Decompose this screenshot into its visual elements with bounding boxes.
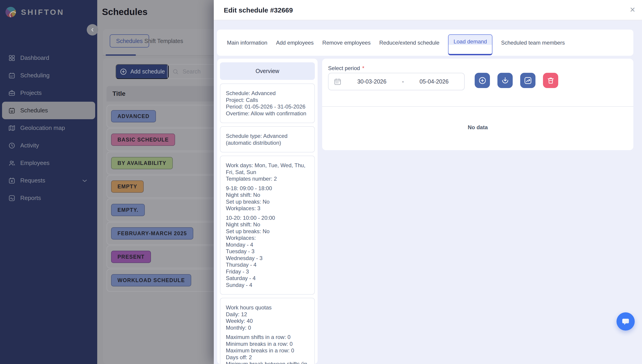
schedule-badge[interactable]: PRESENT <box>111 251 151 263</box>
trash-icon <box>546 76 555 85</box>
sidebar-item-label: Geolocation map <box>20 124 65 132</box>
sidebar-item-requests[interactable]: Requests <box>2 172 95 189</box>
overview-line: Night shift: No <box>226 221 309 228</box>
download-icon <box>501 76 509 85</box>
clock-icon <box>8 142 16 150</box>
tab-shift-templates[interactable]: Shift Templates <box>144 34 183 48</box>
overview-line: Templates number: 2 <box>226 176 309 182</box>
overview-card-workdays: Work days: Mon, Tue, Wed, Thu, Fri, Sat,… <box>220 156 315 294</box>
sidebar-item-reports[interactable]: Reports <box>2 189 95 207</box>
tab-reduce-extend-schedule[interactable]: Reduce/extend schedule <box>379 40 439 46</box>
drawer-header: Edit schedule #32669 × <box>214 0 642 20</box>
chat-widget-button[interactable] <box>616 312 635 330</box>
overview-line: Days off: 2 <box>226 354 309 361</box>
sidebar-item-label: Scheduling <box>20 72 50 79</box>
overview-line: Weekly: 40 <box>226 318 309 324</box>
schedule-badge[interactable]: EMPTY. <box>111 204 145 216</box>
schedule-badge[interactable]: ADVANCED <box>111 110 156 122</box>
overview-line: Night shift: No <box>226 192 309 198</box>
overview-line: 10-20: 10:00 - 20:00 <box>226 214 309 221</box>
overview-line: Workplaces: <box>226 234 309 242</box>
sidebar-item-employees[interactable]: Employees <box>2 154 95 172</box>
calendar-x-icon <box>8 177 16 184</box>
schedule-badge[interactable]: BASIC SCHEDULE <box>111 134 175 146</box>
calendar-icon <box>8 72 16 80</box>
overview-line: Saturday - 4 <box>226 275 309 282</box>
sidebar-collapse-button[interactable] <box>87 24 98 36</box>
sidebar-item-dashboard[interactable]: Dashboard <box>2 49 95 67</box>
no-data-text: No data <box>322 124 633 130</box>
map-icon <box>8 124 16 132</box>
start-date[interactable]: 30-03-2026 <box>342 78 402 85</box>
chart-demand-button[interactable] <box>520 73 535 88</box>
overview-line: Work days: Mon, Tue, Wed, Thu, Fri, Sat,… <box>226 162 309 176</box>
overview-line: Overtime: Allow with confirmation <box>226 110 309 117</box>
add-demand-button[interactable] <box>475 73 490 88</box>
briefcase-icon <box>8 89 16 97</box>
tab-scheduled-team-members[interactable]: Scheduled team members <box>501 40 565 46</box>
schedule-badge[interactable]: BY AVAILABILITY <box>111 157 173 169</box>
close-icon[interactable]: × <box>630 5 635 14</box>
sidebar-item-label: Dashboard <box>20 54 49 62</box>
calendar-check-icon <box>8 107 16 114</box>
tab-remove-employees[interactable]: Remove employees <box>322 40 371 46</box>
sidebar-item-label: Requests <box>20 177 45 184</box>
plus-circle-icon <box>120 68 127 76</box>
panel-divider <box>322 106 633 107</box>
schedule-badge[interactable]: EMPTY <box>111 180 144 193</box>
overview-line: Schedule type: Advanced (automatic distr… <box>226 133 309 146</box>
sidebar-item-geolocation-map[interactable]: Geolocation map <box>2 119 95 137</box>
end-date[interactable]: 05-04-2026 <box>404 78 464 85</box>
sidebar-item-label: Projects <box>20 90 42 96</box>
sidebar-item-label: Activity <box>20 142 39 149</box>
sidebar: SHIFTON Dashboard Scheduling Projects Sc… <box>0 0 97 364</box>
overview-line: Wednesday - 3 <box>226 255 309 262</box>
load-demand-panel: Select period* 30-03-2026 - 05-04-2026 <box>322 59 633 150</box>
overview-line: Minimum break between shifts (in hours):… <box>226 360 309 364</box>
tab-main-information[interactable]: Main information <box>227 40 267 46</box>
sidebar-item-scheduling[interactable]: Scheduling <box>2 67 95 84</box>
overview-line: Sunday - 4 <box>226 282 309 288</box>
sidebar-item-projects[interactable]: Projects <box>2 84 95 102</box>
chart-up-icon <box>524 76 532 85</box>
download-demand-button[interactable] <box>497 73 513 88</box>
overview-card-quotas: Work hours quotas Daily: 12 Weekly: 40 M… <box>220 298 315 364</box>
brand-name: SHIFTON <box>21 8 65 16</box>
delete-demand-button[interactable] <box>543 73 558 88</box>
drawer-tabbar: Main information Add employees Remove em… <box>217 30 633 56</box>
schedule-badge[interactable]: FEBRUARY-MARCH 2025 <box>111 227 193 240</box>
users-icon <box>8 159 16 167</box>
active-tab-underline <box>106 54 136 56</box>
shifton-logo-icon <box>6 7 16 17</box>
schedule-badge[interactable]: WORKLOAD SCHEDULE <box>111 274 191 286</box>
overview-line: Monthly: 0 <box>226 324 309 331</box>
chat-bubble-icon <box>620 316 630 326</box>
overview-line: Period: 01-05-2026 - 31-05-2026 <box>226 103 309 110</box>
load-demand-actions <box>475 73 558 88</box>
page-title: Schedules <box>102 7 148 17</box>
overview-card-type: Schedule type: Advanced (automatic distr… <box>220 126 315 152</box>
report-icon <box>8 194 16 202</box>
required-asterisk: * <box>362 65 364 71</box>
drawer-title: Edit schedule #32669 <box>224 6 293 14</box>
overview-line: Schedule: Advanced <box>226 90 309 97</box>
overview-line: Friday - 3 <box>226 268 309 275</box>
sidebar-item-label: Employees <box>20 160 50 166</box>
overview-line: Workplaces: 3 <box>226 205 309 212</box>
date-separator: - <box>402 78 404 85</box>
tab-schedules[interactable]: Schedules <box>110 34 149 48</box>
overview-line: Tuesday - 3 <box>226 248 309 255</box>
brand: SHIFTON <box>0 0 97 17</box>
add-schedule-button[interactable]: Add schedule <box>116 64 169 79</box>
date-range-input[interactable]: 30-03-2026 - 05-04-2026 <box>328 73 465 90</box>
overview-panel: Overview Schedule: Advanced Project: Cal… <box>217 59 318 364</box>
overview-line: Project: Calls <box>226 97 309 104</box>
sidebar-item-activity[interactable]: Activity <box>2 137 95 154</box>
search-icon <box>172 68 179 75</box>
overview-line: Thursday - 4 <box>226 262 309 268</box>
sidebar-item-schedules[interactable]: Schedules <box>2 102 95 119</box>
drawer-body: Main information Add employees Remove em… <box>214 20 642 364</box>
tab-add-employees[interactable]: Add employees <box>276 40 313 46</box>
tab-load-demand[interactable]: Load demand <box>448 34 492 55</box>
overview-line: Maximum shifts in a row: 0 <box>226 334 309 340</box>
